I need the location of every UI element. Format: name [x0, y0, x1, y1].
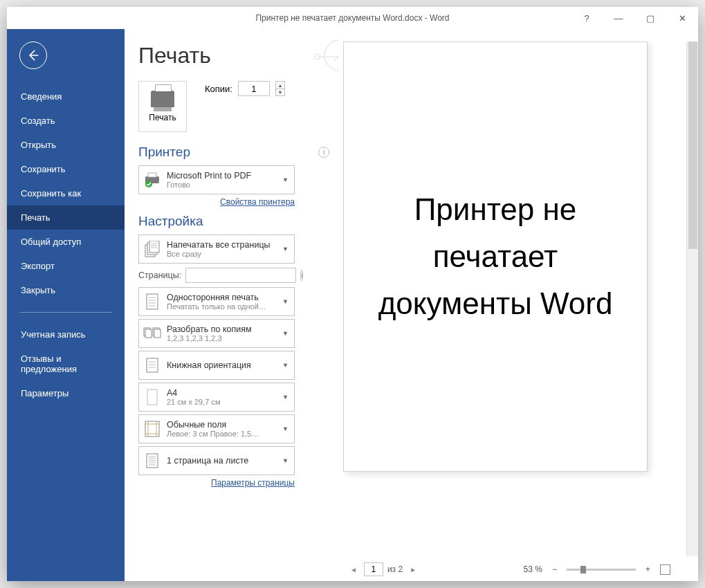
copies-label: Копии: [205, 84, 232, 94]
next-page-button[interactable]: ► [407, 566, 419, 573]
print-settings-panel: Печать Печать Копии: ▲ ▼ [125, 29, 339, 581]
zoom-out-button[interactable]: − [549, 564, 560, 574]
chevron-down-icon: ▼ [280, 330, 291, 337]
backstage-sidebar: Сведения Создать Открыть Сохранить Сохра… [7, 29, 125, 581]
page-setup-link[interactable]: Параметры страницы [211, 478, 295, 488]
sidebar-item-share[interactable]: Общий доступ [7, 230, 125, 254]
preview-page: Принтер не печатает документы Word [343, 42, 648, 472]
app-window: Принтер не печатает документы Word.docx … [7, 7, 698, 581]
window-title: Принтер не печатает документы Word.docx … [255, 13, 449, 23]
sidebar-item-print[interactable]: Печать [7, 205, 125, 230]
nav-primary: Сведения Создать Открыть Сохранить Сохра… [7, 84, 125, 405]
printer-section-title: Принтер [138, 145, 190, 160]
single-sheet-icon [143, 452, 161, 470]
zoom-level-label: 53 % [524, 564, 542, 574]
help-button[interactable]: ? [571, 7, 603, 29]
chevron-down-icon: ▼ [280, 176, 291, 183]
preview-vertical-scrollbar[interactable] [686, 42, 698, 556]
page-title: Печать [138, 43, 329, 68]
page-number-input[interactable] [364, 562, 383, 576]
print-preview-panel: Принтер не печатает документы Word ◄ из … [339, 29, 698, 581]
printer-status-icon [143, 171, 161, 189]
printer-status: Готово [167, 181, 274, 189]
pages-per-sheet-select[interactable]: 1 страница на листе ▼ [138, 446, 295, 475]
svg-rect-23 [154, 329, 161, 338]
sidebar-item-account[interactable]: Учетная запись [7, 322, 125, 347]
sidebar-separator [19, 312, 112, 313]
pages-info-icon[interactable]: i [300, 270, 303, 281]
printer-info-icon[interactable]: i [318, 147, 329, 158]
sidebar-item-open[interactable]: Открыть [7, 133, 125, 157]
orientation-select[interactable]: Книжная ориентация ▼ [138, 351, 295, 380]
maximize-button[interactable]: ▢ [634, 7, 666, 29]
portrait-icon [143, 356, 161, 374]
pages-label: Страницы: [138, 270, 181, 280]
title-bar: Принтер не печатает документы Word.docx … [7, 7, 698, 29]
main: Печать Печать Копии: ▲ ▼ [125, 29, 698, 581]
pages-input[interactable] [185, 268, 296, 283]
minimize-button[interactable]: — [603, 7, 634, 29]
arrow-left-icon [26, 48, 40, 62]
copies-input[interactable] [238, 81, 270, 96]
close-button[interactable]: ✕ [666, 7, 698, 29]
preview-footer: ◄ из 2 ► 53 % − + [343, 558, 686, 581]
svg-rect-28 [147, 389, 157, 405]
svg-rect-7 [148, 173, 156, 177]
back-button[interactable] [19, 42, 47, 69]
prev-page-button[interactable]: ◄ [347, 566, 360, 573]
sidebar-item-close[interactable]: Закрыть [7, 278, 125, 302]
preview-text: Принтер не печатает документы Word [369, 186, 622, 328]
page-total-label: из 2 [387, 564, 403, 574]
window-controls: ? — ▢ ✕ [571, 7, 698, 29]
printer-name: Microsoft Print to PDF [167, 171, 274, 181]
sidebar-item-new[interactable]: Создать [7, 109, 125, 133]
settings-section-title: Настройка [138, 214, 203, 229]
chevron-down-icon: ▼ [280, 298, 291, 305]
svg-rect-29 [145, 421, 159, 437]
chevron-down-icon: ▼ [280, 457, 291, 464]
zoom-in-button[interactable]: + [643, 564, 653, 574]
chevron-down-icon: ▼ [280, 425, 291, 432]
printer-properties-link[interactable]: Свойства принтера [220, 197, 295, 207]
zoom-fit-button[interactable] [660, 564, 670, 575]
sidebar-item-save[interactable]: Сохранить [7, 157, 125, 181]
chevron-down-icon: ▼ [280, 246, 291, 252]
duplex-select[interactable]: Односторонняя печатьПечатать только на о… [138, 287, 295, 316]
print-range-select[interactable]: Напечатать все страницыВсе сразу ▼ [138, 235, 295, 264]
margins-select[interactable]: Обычные поляЛевое: 3 см Правое: 1,5… ▼ [138, 414, 295, 443]
collate-select[interactable]: Разобрать по копиям1,2,3 1,2,3 1,2,3 ▼ [138, 319, 295, 348]
printer-select[interactable]: Microsoft Print to PDF Готово ▼ [138, 165, 295, 194]
chevron-down-icon: ▼ [280, 362, 291, 369]
print-button-label: Печать [149, 113, 176, 122]
copies-increase[interactable]: ▲ [275, 81, 285, 89]
page-blank-icon [143, 388, 161, 406]
margins-icon [143, 420, 161, 438]
sidebar-item-info[interactable]: Сведения [7, 84, 125, 109]
sidebar-item-options[interactable]: Параметры [7, 381, 125, 405]
paper-size-select[interactable]: A421 см x 29,7 см ▼ [138, 383, 295, 412]
svg-rect-11 [149, 241, 159, 252]
sidebar-item-save-as[interactable]: Сохранить как [7, 181, 125, 205]
sidebar-item-feedback[interactable]: Отзывы и предложения [7, 347, 125, 381]
single-page-icon [143, 293, 161, 311]
pages-stack-icon [143, 240, 161, 258]
zoom-slider[interactable] [567, 569, 636, 571]
svg-rect-24 [147, 358, 158, 372]
svg-rect-15 [147, 294, 158, 309]
print-button[interactable]: Печать [138, 81, 187, 132]
svg-rect-21 [145, 329, 152, 338]
copies-decrease[interactable]: ▼ [275, 89, 285, 96]
collate-icon [143, 324, 161, 342]
sidebar-item-export[interactable]: Экспорт [7, 254, 125, 278]
chevron-down-icon: ▼ [280, 394, 291, 401]
svg-point-8 [145, 181, 152, 187]
printer-icon [151, 91, 174, 107]
